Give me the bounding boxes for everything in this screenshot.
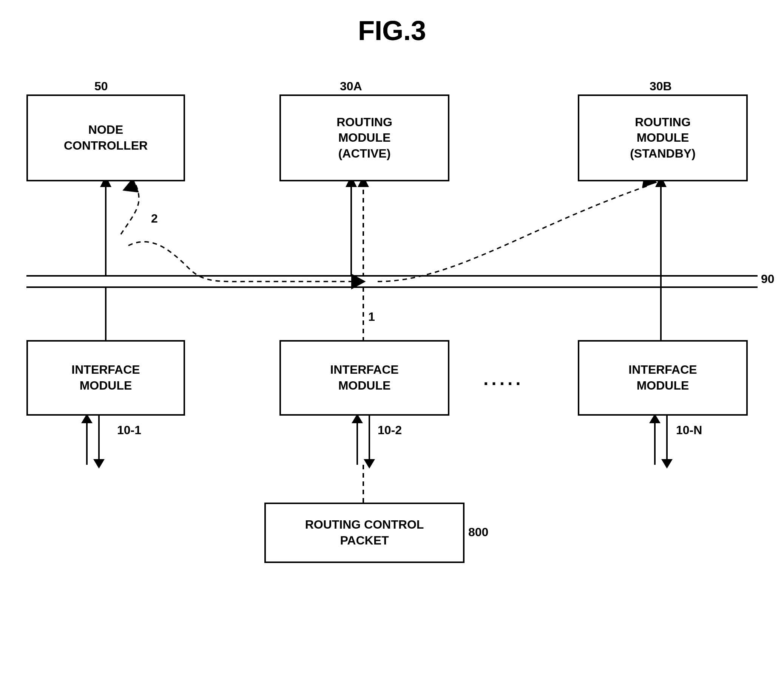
ref-label-10-2: 10-2 xyxy=(378,423,402,437)
ref-label-10-n: 10-N xyxy=(676,423,702,437)
svg-marker-26 xyxy=(93,459,104,469)
interface-module-2-box: INTERFACEMODULE xyxy=(280,340,450,416)
ref-label-800: 800 xyxy=(468,525,488,539)
ref-label-10-1: 10-1 xyxy=(117,423,141,437)
routing-control-packet-box: ROUTING CONTROLPACKET xyxy=(264,503,465,563)
routing-standby-label: ROUTINGMODULE(STANDBY) xyxy=(630,114,695,162)
label-1: 1 xyxy=(368,310,375,324)
ref-label-30a: 30A xyxy=(340,79,362,93)
interface-module-1-box: INTERFACEMODULE xyxy=(26,340,185,416)
node-controller-box: NODECONTROLLER xyxy=(26,95,185,181)
figure-title: FIG.3 xyxy=(358,15,426,46)
ref-label-50: 50 xyxy=(95,79,108,93)
ref-label-30b: 30B xyxy=(650,79,672,93)
svg-marker-35 xyxy=(661,459,673,469)
routing-active-label: ROUTINGMODULE(ACTIVE) xyxy=(336,114,392,162)
interface-module-n-box: INTERFACEMODULE xyxy=(578,340,748,416)
svg-marker-30 xyxy=(364,459,375,469)
routing-active-box: ROUTINGMODULE(ACTIVE) xyxy=(280,95,450,181)
routing-standby-box: ROUTINGMODULE(STANDBY) xyxy=(578,95,748,181)
interface-module-n-label: INTERFACEMODULE xyxy=(628,362,697,393)
node-controller-label: NODECONTROLLER xyxy=(64,122,148,153)
dots-separator: ..... xyxy=(484,368,524,389)
interface-module-2-label: INTERFACEMODULE xyxy=(330,362,398,393)
label-90: 90 xyxy=(761,272,775,286)
label-2: 2 xyxy=(151,212,158,226)
routing-control-packet-label: ROUTING CONTROLPACKET xyxy=(305,517,424,548)
interface-module-1-label: INTERFACEMODULE xyxy=(72,362,140,393)
